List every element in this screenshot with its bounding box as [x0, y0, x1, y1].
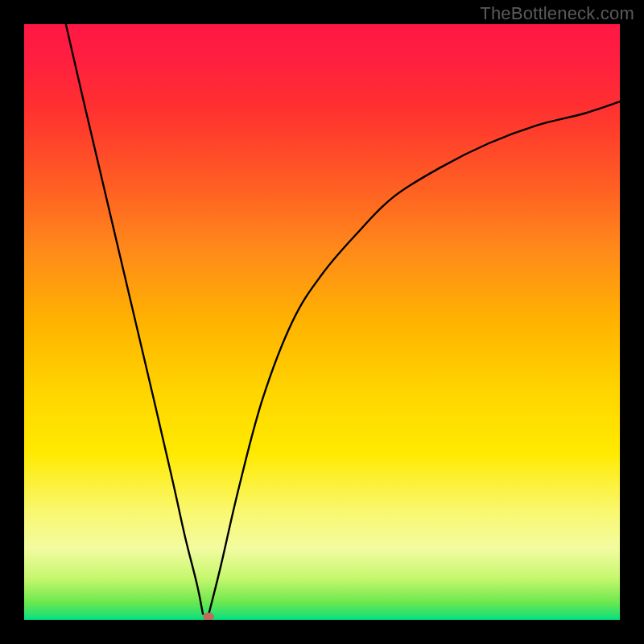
minimum-marker [203, 613, 214, 620]
right-branch-path [208, 101, 620, 613]
watermark-text: TheBottleneck.com [480, 3, 634, 24]
left-branch-path [66, 24, 203, 614]
chart-frame: TheBottleneck.com [0, 0, 644, 644]
curve-svg [24, 24, 620, 620]
plot-area [24, 24, 620, 620]
